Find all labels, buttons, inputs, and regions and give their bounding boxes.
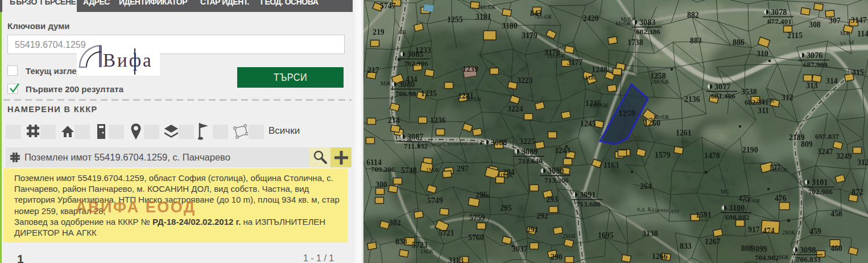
svg-text:Вифа: Вифа — [103, 50, 153, 71]
